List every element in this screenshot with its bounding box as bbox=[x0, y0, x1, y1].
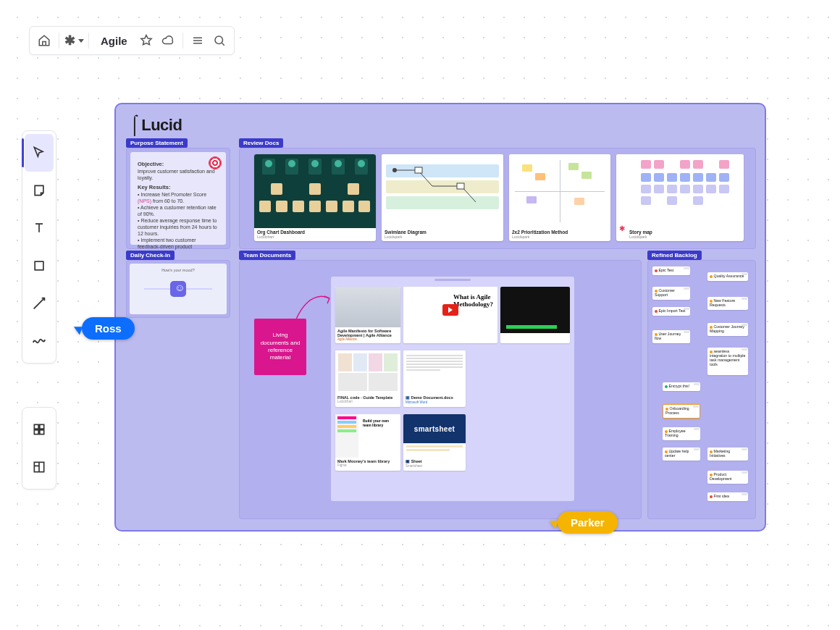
panel-handle[interactable] bbox=[434, 279, 471, 281]
board-brand: ⌠Lucid bbox=[129, 113, 757, 135]
section-refined-backlog[interactable]: Refined Backlog Epic Test Quality Assura… bbox=[647, 260, 756, 519]
target-icon bbox=[209, 156, 222, 169]
menu-icon[interactable] bbox=[189, 32, 206, 49]
frame-tool[interactable] bbox=[25, 448, 54, 486]
backlog-card[interactable]: seamless integration to multiple task ma… bbox=[707, 348, 748, 375]
team-docs-panel[interactable]: Agile Manifesto for Software Development… bbox=[331, 277, 574, 501]
doc-card-presentation[interactable]: ▣ Presentation1.pptx Microsoft PowerPoin… bbox=[500, 287, 570, 343]
select-tool[interactable] bbox=[25, 134, 54, 172]
backlog-card[interactable]: Onboarding Process bbox=[663, 404, 700, 419]
keyresults-heading: Key Results: bbox=[138, 184, 219, 191]
doc-card-guide-template[interactable]: FINAL code - Guide Template Lucidchart bbox=[335, 350, 400, 407]
svg-point-0 bbox=[215, 36, 223, 44]
home-icon[interactable] bbox=[35, 32, 53, 49]
backlog-card[interactable]: Product Development bbox=[707, 471, 748, 484]
freehand-tool[interactable] bbox=[25, 322, 54, 360]
review-card-2x2[interactable]: 2x2 Prioritization MethodLucidspark bbox=[509, 154, 610, 241]
mood-icon: ☺ bbox=[170, 281, 186, 297]
text-tool[interactable] bbox=[25, 209, 54, 247]
kr-1: • Increase Net Promoter Score (NPS) from… bbox=[138, 191, 219, 204]
search-icon[interactable] bbox=[211, 32, 228, 49]
play-icon bbox=[442, 304, 458, 316]
document-title[interactable]: Agile bbox=[101, 35, 127, 47]
section-tag: Daily Check-In bbox=[126, 251, 175, 260]
svg-rect-8 bbox=[415, 167, 422, 173]
shape-tool[interactable] bbox=[25, 247, 54, 285]
backlog-card[interactable]: New Feature Requests bbox=[707, 297, 748, 310]
doc-card-smartsheet[interactable]: smartsheet ▣ Sheet Smartsheet bbox=[403, 414, 466, 471]
chevron-down-icon bbox=[78, 39, 84, 43]
objective-heading: Objective: bbox=[138, 161, 219, 168]
svg-rect-3 bbox=[40, 424, 44, 429]
svg-rect-4 bbox=[34, 430, 38, 434]
doc-card-word[interactable]: ▣ Demo Document.docx Microsoft Word bbox=[403, 350, 466, 407]
backlog-card[interactable]: Encrypt this! bbox=[663, 382, 700, 391]
backlog-card[interactable]: Customer Journey Mapping bbox=[707, 323, 748, 336]
presence-label: Ross bbox=[82, 317, 135, 340]
section-purpose[interactable]: Purpose Statement Objective: Improve cus… bbox=[126, 148, 230, 249]
svg-rect-9 bbox=[457, 183, 464, 189]
backlog-card[interactable]: Update help center bbox=[663, 448, 700, 461]
section-team-documents[interactable]: Team Documents Living documents and refe… bbox=[239, 260, 642, 519]
section-daily-checkin[interactable]: Daily Check-In How's your mood? ☺ bbox=[126, 260, 230, 318]
backlog-card[interactable]: Employee Training bbox=[663, 427, 700, 440]
backlog-card[interactable]: Customer Support bbox=[652, 287, 690, 300]
backlog-card[interactable]: Epic Test bbox=[652, 266, 690, 275]
backlog-card[interactable]: User Journey flow bbox=[652, 330, 690, 343]
section-tag: Purpose Statement bbox=[126, 138, 188, 148]
section-review-docs[interactable]: Review Docs Org Chart DashboardLucidchar… bbox=[239, 148, 756, 249]
objective-text: Improve customer satisfaction and loyalt… bbox=[138, 168, 219, 181]
asterisk-icon: ✱ bbox=[619, 224, 625, 232]
pink-sticky-note[interactable]: Living documents and reference material bbox=[254, 319, 306, 375]
top-toolbar: ✱ Agile bbox=[29, 26, 235, 55]
section-tag: Team Documents bbox=[239, 251, 295, 260]
line-tool[interactable] bbox=[25, 285, 54, 322]
checkin-label: How's your mood? bbox=[130, 268, 227, 272]
section-tag: Review Docs bbox=[239, 138, 283, 148]
section-tag: Refined Backlog bbox=[647, 251, 702, 260]
workspace-dropdown[interactable]: ✱ bbox=[65, 32, 83, 49]
review-card-org-chart[interactable]: Org Chart DashboardLucidchart bbox=[254, 154, 376, 241]
backlog-card[interactable]: Quality Assurance bbox=[707, 272, 748, 281]
backlog-card[interactable]: First idea bbox=[707, 492, 748, 501]
doc-card-agile-video[interactable]: What is AgileMethodology? What is Agile … bbox=[403, 287, 497, 343]
side-toolbar bbox=[22, 130, 56, 364]
presence-cursor-ross: Ross bbox=[76, 317, 135, 340]
svg-rect-2 bbox=[34, 424, 38, 429]
backlog-card[interactable]: Epic Import Test bbox=[652, 307, 690, 316]
checkin-card[interactable]: How's your mood? ☺ bbox=[130, 264, 227, 314]
star-icon[interactable] bbox=[138, 32, 155, 49]
more-shapes-button[interactable] bbox=[25, 411, 54, 448]
side-toolbar-secondary bbox=[22, 407, 56, 490]
kr-2: • Achieve a customer retention rate of 9… bbox=[138, 204, 219, 217]
review-card-swimlane[interactable]: Swimlane DiagramLucidspark bbox=[382, 154, 503, 241]
presence-label: Parker bbox=[558, 511, 618, 534]
purpose-card[interactable]: Objective: Improve customer satisfaction… bbox=[130, 152, 226, 245]
svg-rect-5 bbox=[40, 430, 44, 434]
review-card-story-map[interactable]: ✱ Story mapLucidspark bbox=[616, 154, 744, 241]
svg-rect-1 bbox=[35, 261, 43, 270]
doc-card-figma[interactable]: Build your ownteam library Mark Mooney's… bbox=[335, 414, 400, 471]
doc-card-agile-manifesto[interactable]: Agile Manifesto for Software Development… bbox=[335, 287, 400, 343]
presence-cursor-parker: Parker bbox=[552, 511, 618, 534]
svg-point-7 bbox=[392, 168, 397, 172]
cloud-icon[interactable] bbox=[159, 32, 177, 49]
note-tool[interactable] bbox=[25, 172, 54, 209]
board-frame[interactable]: ⌠Lucid Purpose Statement Objective: Impr… bbox=[114, 103, 766, 532]
kr-3: • Reduce average response time to custom… bbox=[138, 217, 219, 237]
backlog-card[interactable]: Marketing Initiatives bbox=[707, 448, 748, 461]
